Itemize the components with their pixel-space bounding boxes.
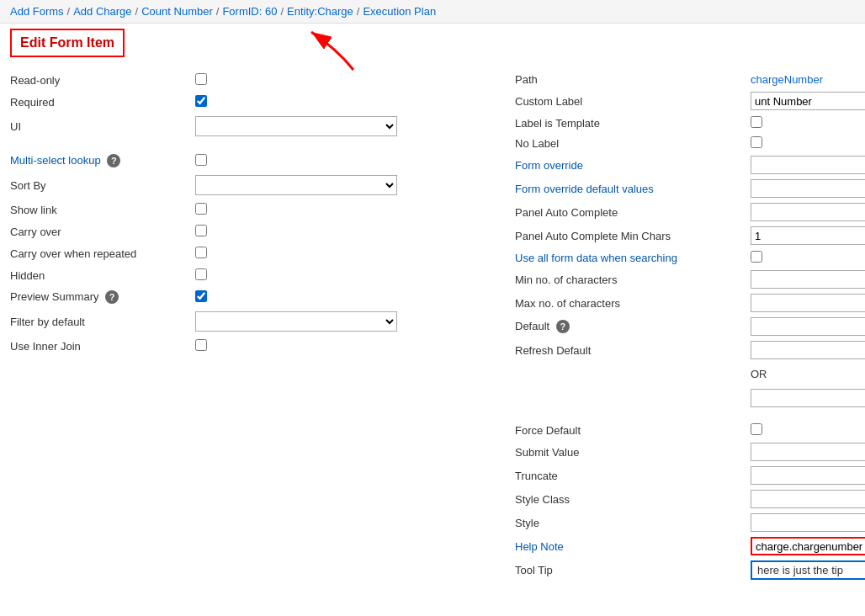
default-row: Default ? <box>515 315 865 338</box>
multiselect-checkbox[interactable] <box>195 154 207 166</box>
force-default-row: Force Default <box>515 420 865 440</box>
refresh-default-row: Refresh Default <box>515 338 865 362</box>
max-chars-row: Max no. of characters <box>515 291 865 315</box>
carryover-repeated-row: Carry over when repeated <box>10 242 498 264</box>
ui-row: UI <box>10 113 498 140</box>
form-override-row: Form override <box>515 153 865 177</box>
or-input[interactable] <box>751 389 865 407</box>
carryover-row: Carry over <box>10 220 498 242</box>
help-note-label: Help Note <box>515 540 751 553</box>
label-template-label: Label is Template <box>515 117 751 130</box>
style-row: Style <box>515 511 865 534</box>
inner-join-row: Use Inner Join <box>10 335 498 357</box>
min-chars-input[interactable] <box>751 270 865 289</box>
submit-value-input[interactable] <box>751 443 865 461</box>
multiselect-row: Multi-select lookup ? <box>10 150 498 172</box>
submit-value-label: Submit Value <box>515 446 751 459</box>
hidden-checkbox[interactable] <box>195 268 207 280</box>
multiselect-help-icon[interactable]: ? <box>107 154 120 167</box>
panel-autocomplete-min-row: Panel Auto Complete Min Chars <box>515 224 865 247</box>
readonly-checkbox[interactable] <box>195 73 207 85</box>
required-checkbox[interactable] <box>195 95 207 107</box>
no-label-row: No Label <box>515 133 865 153</box>
path-value-link[interactable]: chargeNumber <box>751 73 823 86</box>
min-chars-row: Min no. of characters <box>515 268 865 291</box>
tool-tip-value: here is just the tip <box>751 560 865 580</box>
required-row: Required <box>10 91 498 113</box>
refresh-default-label: Refresh Default <box>515 344 751 357</box>
no-label-checkbox[interactable] <box>751 136 762 148</box>
custom-label-label: Custom Label <box>515 95 751 108</box>
help-note-row: Help Note <box>515 534 865 558</box>
preview-summary-row: Preview Summary ? <box>10 286 498 308</box>
style-input[interactable] <box>751 513 865 532</box>
truncate-row: Truncate : <box>515 464 865 487</box>
sortby-select[interactable] <box>195 175 397 195</box>
min-chars-label: Min no. of characters <box>515 273 751 286</box>
ui-select[interactable] <box>195 116 397 136</box>
default-input[interactable] <box>751 317 865 336</box>
inner-join-checkbox[interactable] <box>195 339 207 351</box>
breadcrumb-formid[interactable]: FormID: 60 <box>222 5 277 18</box>
readonly-row: Read-only <box>10 69 498 91</box>
breadcrumb: Add Forms / Add Charge / Count Number / … <box>0 0 865 24</box>
breadcrumb-add-forms[interactable]: Add Forms <box>10 5 64 18</box>
inner-join-label: Use Inner Join <box>10 340 195 353</box>
required-label: Required <box>10 96 195 109</box>
hidden-label: Hidden <box>10 269 195 282</box>
form-override-default-label: Form override default values <box>515 183 751 195</box>
default-help-icon[interactable]: ? <box>556 320 570 333</box>
panel-autocomplete-input[interactable] <box>751 203 865 221</box>
style-label: Style <box>515 517 751 529</box>
refresh-default-input[interactable] <box>751 341 865 359</box>
custom-label-input[interactable] <box>751 92 865 110</box>
use-all-form-data-checkbox[interactable] <box>751 251 762 263</box>
showlink-checkbox[interactable] <box>195 203 207 215</box>
max-chars-input[interactable] <box>751 294 865 312</box>
path-label: Path <box>515 73 751 86</box>
or-text: OR <box>751 364 865 384</box>
breadcrumb-add-charge[interactable]: Add Charge <box>73 5 131 18</box>
carryover-label: Carry over <box>10 226 195 238</box>
readonly-label: Read-only <box>10 74 195 87</box>
left-panel: Read-only Required UI Mul <box>10 69 498 582</box>
truncate-input-1[interactable] <box>751 466 865 485</box>
truncate-label: Truncate <box>515 470 751 482</box>
label-template-row: Label is Template <box>515 113 865 133</box>
breadcrumb-entity-charge[interactable]: Entity:Charge <box>287 5 353 18</box>
custom-label-row: Custom Label ← <box>515 89 865 113</box>
breadcrumb-count-number[interactable]: Count Number <box>141 5 213 18</box>
edit-form-title: Edit Form Item <box>10 29 125 57</box>
panel-autocomplete-row: Panel Auto Complete <box>515 200 865 224</box>
filter-default-select[interactable] <box>195 311 397 332</box>
style-class-input[interactable] <box>751 490 865 508</box>
form-override-label: Form override <box>515 159 751 172</box>
sortby-label: Sort By <box>10 179 195 192</box>
force-default-checkbox[interactable] <box>751 423 762 435</box>
use-all-form-data-row: Use all form data when searching <box>515 247 865 268</box>
label-template-checkbox[interactable] <box>751 116 762 128</box>
filter-default-label: Filter by default <box>10 316 195 328</box>
breadcrumb-execution-plan[interactable]: Execution Plan <box>363 5 436 18</box>
form-override-input[interactable] <box>751 156 865 174</box>
panel-autocomplete-min-input[interactable] <box>751 226 865 245</box>
or-row: OR <box>515 362 865 386</box>
preview-summary-checkbox[interactable] <box>195 290 207 302</box>
panel-autocomplete-label: Panel Auto Complete <box>515 206 751 219</box>
right-panel: Path chargeNumber Custom Label ← Label i… <box>498 69 865 582</box>
form-override-default-row: Form override default values <box>515 177 865 200</box>
showlink-label: Show link <box>10 204 195 216</box>
form-override-default-input[interactable] <box>751 179 865 198</box>
preview-summary-help-icon[interactable]: ? <box>105 290 119 304</box>
carryover-repeated-checkbox[interactable] <box>195 247 207 258</box>
ui-label: UI <box>10 120 195 133</box>
help-note-input[interactable] <box>751 537 865 555</box>
style-class-label: Style Class <box>515 493 751 506</box>
style-class-row: Style Class <box>515 487 865 511</box>
path-row: Path chargeNumber <box>515 69 865 89</box>
showlink-row: Show link <box>10 199 498 220</box>
no-label-label: No Label <box>515 137 751 150</box>
use-all-form-data-label: Use all form data when searching <box>515 252 751 264</box>
carryover-checkbox[interactable] <box>195 225 207 236</box>
submit-value-row: Submit Value <box>515 440 865 464</box>
